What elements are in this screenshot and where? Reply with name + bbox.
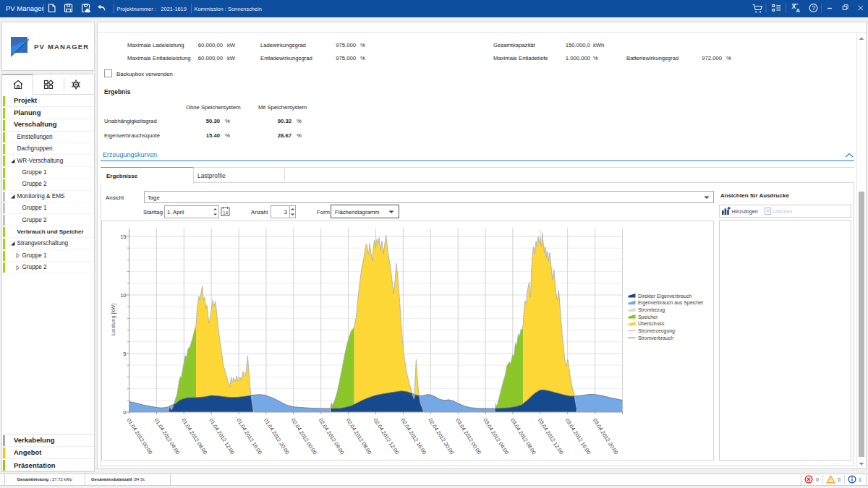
svg-text:01.04.2012 04:00: 01.04.2012 04:00 [153, 417, 181, 455]
svg-text:02.04.2012 00:00: 02.04.2012 00:00 [289, 417, 318, 455]
svg-text:Überschuss: Überschuss [638, 321, 665, 326]
svg-text:01.04.2012 08:00: 01.04.2012 08:00 [180, 417, 208, 455]
svg-text:02.04.2012 16:00: 02.04.2012 16:00 [399, 417, 427, 455]
svg-text:03.04.2012 08:00: 03.04.2012 08:00 [509, 417, 537, 455]
svg-text:Eigenverbrauch aus Speicher: Eigenverbrauch aus Speicher [638, 300, 704, 306]
svg-text:03.04.2012 04:00: 03.04.2012 04:00 [482, 417, 510, 455]
svg-text:01.04.2012 12:00: 01.04.2012 12:00 [208, 417, 236, 455]
svg-text:03.04.2012 20:00: 03.04.2012 20:00 [591, 417, 619, 455]
svg-text:Speicher: Speicher [638, 314, 658, 320]
svg-text:10: 10 [120, 292, 126, 299]
svg-text:03.04.2012 00:00: 03.04.2012 00:00 [454, 417, 482, 455]
svg-text:Stromverbrauch: Stromverbrauch [638, 335, 673, 341]
svg-text:01.04.2012 16:00: 01.04.2012 16:00 [235, 417, 263, 455]
svg-text:03.04.2012 12:00: 03.04.2012 12:00 [536, 417, 564, 455]
svg-text:03.04.2012 16:00: 03.04.2012 16:00 [563, 417, 592, 455]
svg-text:Strombezug: Strombezug [638, 307, 665, 313]
svg-text:02.04.2012 04:00: 02.04.2012 04:00 [317, 417, 345, 455]
svg-text:15: 15 [120, 234, 126, 240]
svg-text:01.04.2012 20:00: 01.04.2012 20:00 [263, 417, 291, 455]
svg-text:Stromerzeugung: Stromerzeugung [638, 328, 675, 334]
svg-text:?: ? [812, 4, 815, 12]
svg-text:Direkter Eigenverbrauch: Direkter Eigenverbrauch [638, 294, 692, 299]
svg-text:5: 5 [123, 351, 126, 357]
svg-text:0: 0 [123, 409, 126, 416]
svg-text:14: 14 [223, 210, 229, 215]
svg-text:02.04.2012 20:00: 02.04.2012 20:00 [427, 417, 455, 455]
svg-text:A: A [796, 7, 800, 14]
svg-text:02.04.2012 12:00: 02.04.2012 12:00 [372, 417, 400, 455]
svg-text:02.04.2012 08:00: 02.04.2012 08:00 [344, 417, 373, 455]
svg-text:Leistung [kW]: Leistung [kW] [109, 304, 116, 335]
svg-text:01.04.2012 00:00: 01.04.2012 00:00 [125, 417, 153, 455]
